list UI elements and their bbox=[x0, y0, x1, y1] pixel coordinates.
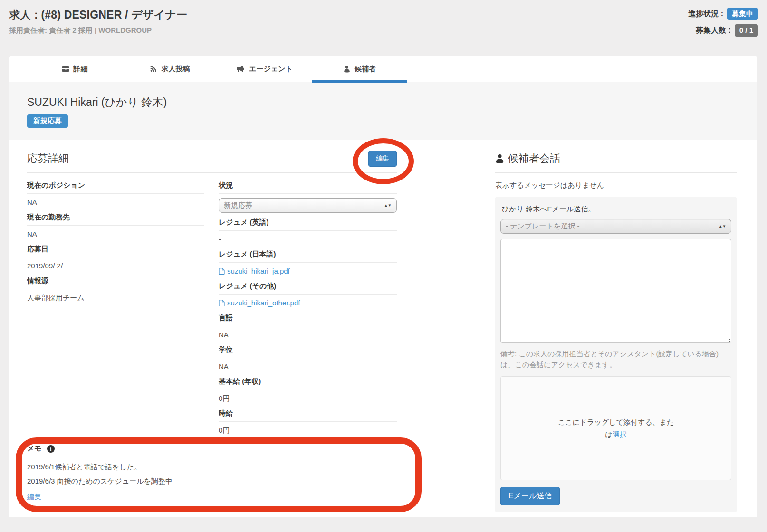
compose-note: 備考: この求人の採用担当者とそのアシスタント(設定している場合)は、この会話に… bbox=[500, 348, 731, 370]
field-hourly-wage: 時給 0円 bbox=[219, 409, 397, 436]
application-details-panel: 応募詳細 編集 現在のポジション NA 現在の勤務先 NA 応募日 bbox=[27, 149, 397, 436]
memo-line: 2019/6/1候補者と電話で話をした。 bbox=[27, 462, 397, 472]
progress-badge: 募集中 bbox=[727, 8, 758, 20]
field-status: 状況 新規応募 ▲▼ bbox=[219, 181, 397, 213]
fields-column-right: 状況 新規応募 ▲▼ レジュメ (英語) - レジュメ (日本語) bbox=[219, 176, 397, 436]
application-details-title: 応募詳細 bbox=[27, 152, 69, 166]
pdf-file-icon bbox=[219, 267, 225, 275]
email-to-label: ひかり 鈴木へEメール送信。 bbox=[502, 205, 731, 214]
job-detail-card: 詳細 求人投稿 エージェント 候補者 SUZUKI Hikari (ひかり 鈴木… bbox=[9, 56, 757, 517]
no-messages-text: 表示するメッセージはありません bbox=[495, 181, 737, 190]
template-select[interactable]: - テンプレートを選択 - ▲▼ bbox=[500, 219, 731, 234]
send-email-button[interactable]: Eメール送信 bbox=[500, 487, 560, 505]
tab-label: 候補者 bbox=[355, 65, 376, 74]
info-icon[interactable]: i bbox=[47, 445, 55, 453]
tab-details[interactable]: 詳細 bbox=[27, 56, 122, 82]
dropzone-text-2: は選択 bbox=[605, 428, 626, 441]
person-icon bbox=[495, 154, 504, 163]
field-resume-other: レジュメ (その他) suzuki_hikari_other.pdf bbox=[219, 282, 397, 308]
page-header: 求人 : (#8) DESIGNER / デザイナー 採用責任者: 責任者 2 … bbox=[9, 8, 758, 35]
field-degree: 学位 NA bbox=[219, 345, 397, 372]
headcount-badge: 0 / 1 bbox=[735, 24, 758, 37]
tab-label: 詳細 bbox=[74, 65, 88, 74]
memo-line: 2019/6/3 面接のためのスケジュールを調整中 bbox=[27, 476, 397, 486]
dropzone-text: ここにドラッグして添付する、また bbox=[558, 416, 674, 428]
candidate-name: SUZUKI Hikari (ひかり 鈴木) bbox=[27, 95, 757, 110]
select-arrows-icon: ▲▼ bbox=[719, 225, 726, 228]
field-language: 言語 NA bbox=[219, 314, 397, 340]
briefcase-icon bbox=[62, 65, 69, 73]
card-content: 応募詳細 編集 現在のポジション NA 現在の勤務先 NA 応募日 bbox=[9, 140, 757, 517]
field-base-salary: 基本給 (年収) 0円 bbox=[219, 377, 397, 404]
tab-label: 求人投稿 bbox=[162, 65, 190, 74]
megaphone-icon bbox=[237, 65, 245, 73]
divider bbox=[27, 172, 397, 173]
candidate-conversation-panel: 候補者会話 表示するメッセージはありません ひかり 鈴木へEメール送信。 - テ… bbox=[495, 149, 737, 512]
message-textarea[interactable] bbox=[500, 239, 731, 343]
email-compose-box: ひかり 鈴木へEメール送信。 - テンプレートを選択 - ▲▼ 備考: この求人… bbox=[495, 197, 737, 512]
status-select[interactable]: 新規応募 ▲▼ bbox=[219, 198, 397, 213]
page-subtitle: 採用責任者: 責任者 2 採用 | WORLDGROUP bbox=[9, 26, 758, 35]
field-resume-japanese: レジュメ (日本語) suzuki_hikari_ja.pdf bbox=[219, 250, 397, 276]
progress-label: 進捗状況 : bbox=[688, 9, 723, 19]
resume-other-link[interactable]: suzuki_hikari_other.pdf bbox=[219, 299, 300, 307]
field-current-employer: 現在の勤務先 NA bbox=[27, 213, 204, 239]
field-current-position: 現在のポジション NA bbox=[27, 181, 204, 208]
person-icon bbox=[344, 66, 350, 73]
fields-column-left: 現在のポジション NA 現在の勤務先 NA 応募日 2019/09/ 2/ 情報… bbox=[27, 176, 204, 436]
conversation-title: 候補者会話 bbox=[508, 152, 560, 166]
headcount-label: 募集人数 : bbox=[696, 26, 731, 36]
divider bbox=[495, 172, 737, 173]
pdf-file-icon bbox=[219, 299, 225, 306]
memo-edit-link[interactable]: 編集 bbox=[27, 493, 41, 502]
memo-section: メモ i 2019/6/1候補者と電話で話をした。 2019/6/3 面接のため… bbox=[27, 444, 397, 502]
field-source: 情報源 人事部採用チーム bbox=[27, 276, 204, 303]
header-status-area: 進捗状況 : 募集中 募集人数 : 0 / 1 bbox=[688, 8, 758, 41]
tab-bar: 詳細 求人投稿 エージェント 候補者 bbox=[9, 56, 757, 82]
tab-candidates[interactable]: 候補者 bbox=[312, 56, 407, 82]
memo-title: メモ bbox=[27, 444, 42, 453]
tab-job-posting[interactable]: 求人投稿 bbox=[122, 56, 217, 82]
page-title: 求人 : (#8) DESIGNER / デザイナー bbox=[9, 8, 758, 22]
candidate-status-badge: 新規応募 bbox=[27, 114, 68, 128]
file-select-link[interactable]: 選択 bbox=[613, 430, 627, 438]
field-resume-english: レジュメ (英語) - bbox=[219, 218, 397, 245]
edit-application-button[interactable]: 編集 bbox=[368, 151, 397, 167]
select-arrows-icon: ▲▼ bbox=[384, 204, 392, 207]
resume-japanese-link[interactable]: suzuki_hikari_ja.pdf bbox=[219, 267, 290, 275]
tab-agents[interactable]: エージェント bbox=[217, 56, 312, 82]
field-application-date: 応募日 2019/09/ 2/ bbox=[27, 245, 204, 271]
rss-icon bbox=[150, 65, 157, 73]
candidate-header: SUZUKI Hikari (ひかり 鈴木) 新規応募 bbox=[9, 82, 757, 140]
tab-label: エージェント bbox=[249, 65, 293, 74]
attachment-dropzone[interactable]: ここにドラッグして添付する、また は選択 bbox=[500, 376, 731, 480]
